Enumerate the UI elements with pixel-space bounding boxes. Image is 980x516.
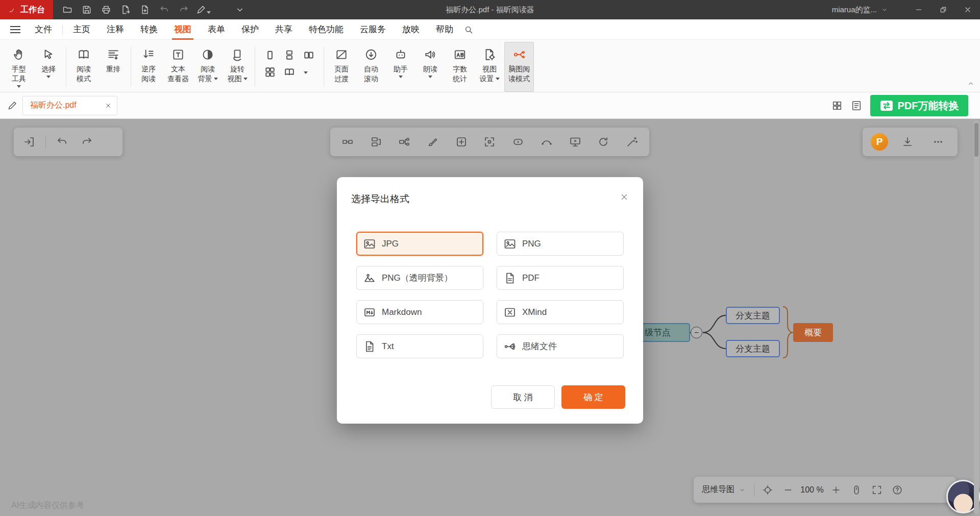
more-options-button[interactable] <box>927 131 949 153</box>
refresh-theme-button[interactable] <box>592 131 615 153</box>
vertical-scrollbar[interactable] <box>974 120 979 514</box>
word-count-button[interactable]: 字数 统计 <box>445 42 475 92</box>
mindmap-summary-node[interactable]: 概要 <box>793 323 833 342</box>
redo-button[interactable] <box>76 131 98 153</box>
layout-dropdown-caret-icon[interactable] <box>304 71 308 74</box>
rotate-view-button[interactable]: 旋转 视图 <box>223 42 252 92</box>
confirm-button[interactable]: 确 定 <box>561 385 625 409</box>
ai-assistant-button[interactable] <box>621 131 643 153</box>
tab-close-icon[interactable] <box>105 102 112 109</box>
format-option-pdf[interactable]: PDF <box>497 266 624 290</box>
zoom-out-button[interactable] <box>778 480 798 500</box>
read-aloud-button[interactable]: 朗读 <box>415 42 445 92</box>
layout-facing-icon[interactable] <box>304 50 314 60</box>
add-sibling-topic-button[interactable] <box>365 131 387 153</box>
add-child-topic-button[interactable] <box>393 131 415 153</box>
layout-single-page-icon[interactable] <box>265 50 275 60</box>
page-layout-group <box>258 42 321 92</box>
download-button[interactable] <box>896 131 919 153</box>
layout-facing-continuous-icon[interactable] <box>265 67 275 77</box>
menu-help[interactable]: 帮助 <box>428 19 461 40</box>
rename-icon[interactable] <box>7 101 17 111</box>
print-button[interactable] <box>97 2 115 17</box>
account-menu[interactable]: miarua的监... <box>832 5 888 15</box>
format-option-jpg[interactable]: JPG <box>356 232 483 256</box>
new-page-button[interactable] <box>136 2 154 17</box>
menu-form[interactable]: 表单 <box>200 19 233 40</box>
mindmap-read-mode-button[interactable]: 脑图阅 读模式 <box>504 42 534 92</box>
cancel-button[interactable]: 取 消 <box>491 385 555 409</box>
center-map-button[interactable] <box>757 480 778 500</box>
reflow-button[interactable]: 重排 <box>99 42 128 92</box>
layout-continuous-icon[interactable] <box>284 50 295 60</box>
menu-convert[interactable]: 转换 <box>132 19 166 40</box>
fullscreen-button[interactable] <box>867 480 887 500</box>
read-background-button[interactable]: 阅读 背景 <box>193 42 223 92</box>
relation-line-button[interactable] <box>535 131 558 153</box>
read-mode-button[interactable]: 阅读 模式 <box>69 42 99 92</box>
format-brush-button[interactable] <box>422 131 444 153</box>
menu-icon[interactable] <box>10 26 20 33</box>
undo-button[interactable] <box>51 131 74 153</box>
menu-present[interactable]: 放映 <box>394 19 428 40</box>
redo-button[interactable] <box>175 2 193 17</box>
menu-features[interactable]: 特色功能 <box>301 19 352 40</box>
minimize-button[interactable] <box>906 0 931 19</box>
menu-protect[interactable]: 保护 <box>233 19 267 40</box>
select-tool-button[interactable]: 选择 <box>34 42 63 92</box>
close-button[interactable] <box>955 0 980 19</box>
menu-comment[interactable]: 注释 <box>99 19 132 40</box>
auto-scroll-button[interactable]: 自动 滚动 <box>356 42 386 92</box>
scrollbar-track[interactable] <box>974 120 979 514</box>
exit-mindmap-button[interactable] <box>18 131 40 153</box>
restore-button[interactable] <box>931 0 955 19</box>
format-option-png-transparent[interactable]: PNG（透明背景） <box>356 266 483 290</box>
insert-node-button[interactable] <box>450 131 473 153</box>
undo-button[interactable] <box>155 2 174 17</box>
foxit-p-badge-icon[interactable]: P <box>871 133 888 151</box>
zoom-in-button[interactable] <box>826 480 846 500</box>
assistant-button[interactable]: 助手 <box>386 42 415 92</box>
format-option-markdown[interactable]: Markdown <box>356 300 483 324</box>
menu-home[interactable]: 主页 <box>65 19 99 40</box>
layout-book-icon[interactable] <box>284 67 295 77</box>
pdf-convert-button[interactable]: PDF万能转换 <box>870 95 968 116</box>
view-mode-selector[interactable]: 思维导图 <box>702 484 751 495</box>
page-transition-button[interactable]: 页面 过渡 <box>327 42 356 92</box>
collapse-ribbon-icon[interactable] <box>967 80 975 88</box>
text-viewer-button[interactable]: 文本 查看器 <box>163 42 193 92</box>
hand-tool-button[interactable]: 手型 工具 <box>4 42 34 92</box>
menu-file[interactable]: 文件 <box>27 19 60 40</box>
menu-cloud[interactable]: 云服务 <box>352 19 394 40</box>
menu-view[interactable]: 视图 <box>166 19 200 40</box>
node-style-button[interactable] <box>507 131 529 153</box>
save-button[interactable] <box>78 2 96 17</box>
format-option-png[interactable]: PNG <box>497 232 624 256</box>
pointer-mode-button[interactable] <box>846 480 867 500</box>
reverse-read-button[interactable]: 逆序 阅读 <box>134 42 163 92</box>
document-tab[interactable]: 福昕办公.pdf <box>22 96 117 115</box>
menu-share[interactable]: 共享 <box>267 19 301 40</box>
screenshot-button[interactable] <box>478 131 501 153</box>
format-option-mind-file[interactable]: 思绪文件 <box>497 334 624 358</box>
format-option-txt[interactable]: Txt <box>356 334 483 358</box>
mindmap-branch-node[interactable]: 分支主题 <box>726 340 780 357</box>
dialog-close-icon[interactable] <box>617 189 632 205</box>
help-button[interactable] <box>887 480 908 500</box>
open-file-button[interactable] <box>58 2 77 17</box>
collapse-node-button[interactable]: − <box>691 327 702 338</box>
view-settings-button[interactable]: 视图 设置 <box>475 42 504 92</box>
scrollbar-thumb[interactable] <box>974 123 978 157</box>
export-page-button[interactable] <box>116 2 135 17</box>
pen-tool-button[interactable] <box>194 2 212 17</box>
collapse-quickbar-button[interactable] <box>231 2 249 17</box>
workspace-button[interactable]: 工作台 <box>0 0 53 19</box>
thumbnail-grid-icon[interactable] <box>831 100 843 111</box>
page-list-icon[interactable] <box>851 100 862 111</box>
format-option-xmind[interactable]: XMind <box>497 300 624 324</box>
presentation-button[interactable] <box>564 131 586 153</box>
mindmap-canvas[interactable]: 级节点 − 分支主题 分支主题 概要 P <box>0 119 980 516</box>
search-icon[interactable] <box>463 24 474 35</box>
mindmap-branch-node[interactable]: 分支主题 <box>726 307 780 324</box>
insert-parent-topic-button[interactable] <box>336 131 359 153</box>
